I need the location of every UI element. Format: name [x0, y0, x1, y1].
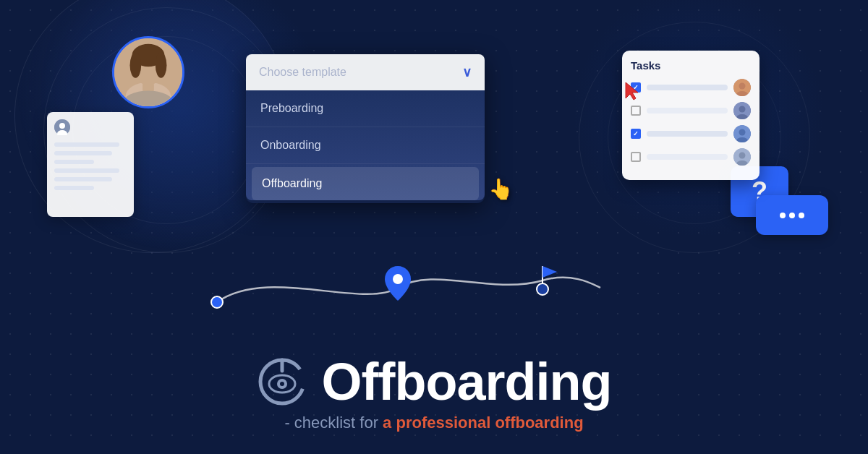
- subtitle-bold: a professional offboarding: [383, 414, 583, 432]
- subtitle: - checklist for a professional offboardi…: [284, 414, 583, 432]
- doc-avatar: [54, 119, 70, 135]
- dropdown-placeholder: Choose template: [259, 66, 346, 79]
- svg-point-9: [59, 123, 65, 129]
- task-row-3: [631, 125, 751, 142]
- eye-logo-icon: [257, 356, 307, 407]
- svg-point-19: [739, 129, 746, 136]
- red-cursor-icon: [624, 81, 640, 104]
- task-row-2: [631, 102, 751, 119]
- task-checkbox-2[interactable]: [631, 106, 641, 116]
- doc-line-2: [54, 151, 112, 155]
- svg-point-12: [739, 83, 746, 90]
- svg-point-16: [739, 106, 746, 113]
- tasks-title: Tasks: [631, 59, 751, 72]
- doc-line-6: [54, 186, 94, 190]
- doc-line-3: [54, 160, 94, 164]
- doc-line-4: [54, 168, 119, 173]
- svg-point-26: [393, 274, 403, 284]
- task-checkbox-4[interactable]: [631, 152, 641, 162]
- chat-dot-3: [799, 213, 804, 218]
- hero-section: Offboarding - checklist for a profession…: [0, 356, 868, 432]
- profile-avatar: [112, 36, 184, 108]
- chat-dots-icon: [780, 213, 804, 218]
- svg-point-22: [739, 153, 746, 159]
- dropdown-item-onboarding[interactable]: Onboarding: [246, 127, 485, 164]
- chat-dot-1: [780, 213, 786, 218]
- task-avatar-3: [733, 125, 751, 142]
- tasks-card: Tasks: [622, 51, 760, 180]
- task-line-2: [647, 108, 728, 113]
- chat-dot-2: [789, 213, 795, 218]
- task-row-4: [631, 148, 751, 166]
- task-avatar-4: [733, 148, 751, 166]
- svg-marker-29: [542, 266, 557, 278]
- document-card: [47, 112, 134, 217]
- chat-bubble: [756, 195, 828, 235]
- task-avatar-2: [733, 102, 751, 119]
- doc-header: [54, 119, 127, 135]
- svg-point-33: [280, 382, 284, 386]
- svg-point-6: [156, 53, 167, 78]
- dropdown-item-offboarding[interactable]: Offboarding 👆: [252, 167, 479, 200]
- cursor-hand-icon: 👆: [488, 177, 514, 190]
- svg-point-24: [211, 296, 223, 308]
- doc-line-5: [54, 177, 112, 181]
- dropdown-item-preboarding[interactable]: Preboarding: [246, 90, 485, 127]
- profile-svg: [114, 38, 182, 107]
- title-row: Offboarding: [257, 356, 612, 408]
- template-dropdown-card: Choose template ∨ Preboarding Onboarding…: [246, 54, 485, 203]
- svg-point-5: [130, 53, 142, 78]
- chevron-down-icon: ∨: [462, 64, 472, 80]
- task-line-4: [647, 154, 728, 160]
- main-content: Choose template ∨ Preboarding Onboarding…: [0, 0, 868, 454]
- task-row-1: [631, 79, 751, 96]
- subtitle-plain: - checklist for: [284, 414, 383, 432]
- page-title: Offboarding: [322, 356, 612, 408]
- task-avatar-1: [733, 79, 751, 96]
- svg-point-27: [537, 283, 548, 295]
- task-line-1: [647, 85, 728, 90]
- task-checkbox-3[interactable]: [631, 129, 641, 139]
- task-line-3: [647, 131, 728, 137]
- journey-path-svg: [181, 252, 615, 324]
- svg-marker-14: [626, 82, 638, 100]
- dropdown-menu: Preboarding Onboarding Offboarding 👆: [246, 90, 485, 200]
- dropdown-trigger[interactable]: Choose template ∨: [246, 54, 485, 90]
- doc-line-1: [54, 142, 119, 147]
